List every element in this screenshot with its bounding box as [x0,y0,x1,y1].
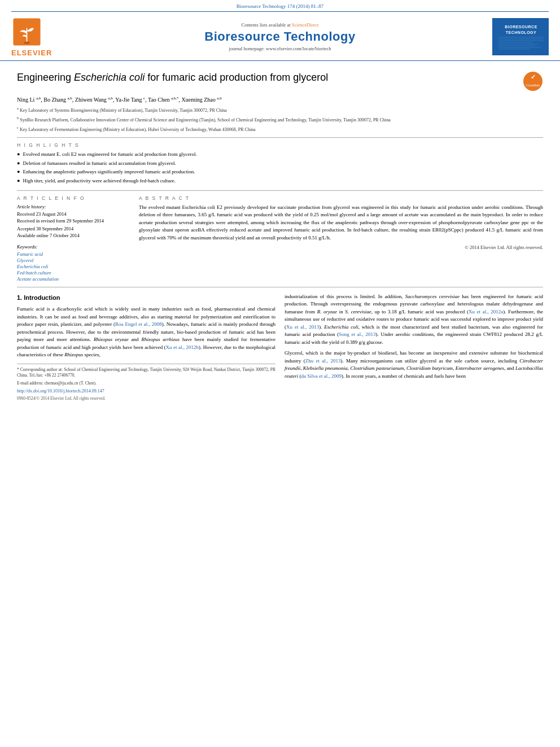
keyword-4: Fed-batch culture [17,270,130,276]
highlights-label: H I G H L I G H T S [17,142,543,148]
intro-para-3: Glycerol, which is the major by-product … [285,350,543,380]
keyword-1: Fumaric acid [17,251,130,257]
svg-text:TECHNOLOGY: TECHNOLOGY [506,30,536,34]
author-names: Ning Li a,b, Bo Zhang a,b, Zhiwen Wang a… [17,97,222,103]
bullet-4: ● [17,177,20,185]
bullet-3: ● [17,168,20,176]
bioresource-logo: BIORESOURCE TECHNOLOGY [492,18,549,55]
keywords-label: Keywords: [17,244,130,250]
highlight-3: ● Enhancing the anaplerotic pathways sig… [17,168,543,176]
article-title: Engineering Escherichia coli for fumaric… [17,71,517,84]
journal-homepage: journal homepage: www.elsevier.com/locat… [79,46,481,51]
divider-1 [17,137,543,138]
cite-xu2012b: Xu et al., 2012b [166,344,199,350]
info-abstract-cols: A R T I C L E I N F O Article history: R… [17,195,543,282]
email-address: E-mail address: chentao@tju.edu.cn (T. C… [17,381,275,387]
journal-header: ELSEVIER Contents lists available at Sci… [0,12,560,61]
highlight-2: ● Deletion of fumarases resulted in fuma… [17,160,543,167]
svg-text:✓: ✓ [531,73,536,80]
affiliation-a: a Key Laboratory of Systems Bioengineeri… [17,106,543,114]
svg-point-1 [24,42,30,44]
top-citation: Bioresource Technology 174 (2014) 81–87 [0,0,560,11]
header-center: Contents lists available at ScienceDirec… [79,22,481,51]
affiliation-c: c Key Laboratory of Fermentation Enginee… [17,125,543,133]
affiliation-b: b SynBio Research Platform, Collaborativ… [17,115,543,124]
header-right: BIORESOURCE TECHNOLOGY [481,18,549,55]
cite-roa: Roa Engel et al., 2008 [115,321,162,327]
journal-citation: Bioresource Technology 174 (2014) 81–87 [237,3,324,9]
body-section: 1. Introduction Fumaric acid is a dicarb… [17,293,543,402]
page-wrapper: Bioresource Technology 174 (2014) 81–87 … [0,0,560,747]
cite-zhu2013: Zhu et al., 2013 [305,358,341,364]
online-date: Available online 7 October 2014 [17,233,130,238]
highlight-4: ● High titer, yield, and productivity we… [17,177,543,185]
body-col-left: 1. Introduction Fumaric acid is a dicarb… [17,293,275,402]
intro-heading: 1. Introduction [17,293,275,303]
elsevier-plant-icon [11,16,42,47]
doi-link[interactable]: http://dx.doi.org/10.1016/j.biortech.201… [17,388,104,394]
highlights-section: H I G H L I G H T S ● Evolved mutant E. … [17,142,543,184]
cite-xu2013: Xu et al., 2013 [286,324,319,330]
bullet-2: ● [17,160,20,167]
main-content: Engineering Escherichia coli for fumaric… [0,61,560,407]
elsevier-text: ELSEVIER [11,49,52,57]
header-left: ELSEVIER [11,16,79,57]
abstract-label: A B S T R A C T [139,195,543,201]
title-part2: for fumaric acid production from glycero… [145,72,328,83]
revised-date: Received in revised form 29 September 20… [17,218,130,225]
intro-para-2: industrialization of this process is lim… [285,293,543,347]
bullet-1: ● [17,151,20,158]
crossmark-logo: ✓ CrossMark [523,71,543,91]
divider-3 [17,287,543,287]
keyword-5: Acetate accumulation [17,276,130,282]
sciencedirect-link[interactable]: ScienceDirect [292,22,319,28]
cite-song2013: Song et al., 2013 [339,331,375,337]
copyright: © 2014 Elsevier Ltd. All rights reserved… [139,244,543,250]
article-title-area: Engineering Escherichia coli for fumaric… [17,67,543,91]
keyword-2: Glycerol [17,257,130,263]
cite-dasilva2009: da Silva et al., 2009 [301,373,342,379]
received-date: Received 23 August 2014 [17,211,130,217]
authors: Ning Li a,b, Bo Zhang a,b, Zhiwen Wang a… [17,96,543,103]
divider-2 [17,190,543,191]
history-label: Article history: [17,204,130,209]
article-info-col: A R T I C L E I N F O Article history: R… [17,195,130,282]
title-part1: Engineering [17,72,74,83]
body-col-right: industrialization of this process is lim… [285,293,543,402]
industry-word: industry [285,358,301,364]
article-info-label: A R T I C L E I N F O [17,195,130,201]
abstract-text: The evolved mutant Escherichia coli E2 p… [139,204,543,242]
contents-available: Contents lists available at ScienceDirec… [79,22,481,28]
svg-text:CrossMark: CrossMark [526,84,540,87]
svg-text:BIORESOURCE: BIORESOURCE [505,25,537,29]
issn-line: 0960-8524/© 2014 Elsevier Ltd. All right… [17,396,275,402]
corresponding-author: * Corresponding author at: School of Che… [17,367,275,379]
keyword-3: Escherichia coli [17,264,130,269]
journal-title: Bioresource Technology [79,29,481,44]
cite-xu2012a: Xu et al., 2012a [469,309,503,314]
title-italic: Escherichia coli [74,72,145,83]
intro-para-1: Fumaric acid is a dicarboxylic acid whic… [17,305,275,359]
accepted-date: Accepted 30 September 2014 [17,226,130,231]
footnote-area: * Corresponding author at: School of Che… [17,364,275,402]
abstract-col: A B S T R A C T The evolved mutant Esche… [139,195,543,282]
bioresource-logo-svg: BIORESOURCE TECHNOLOGY [496,20,546,51]
affiliations: a Key Laboratory of Systems Bioengineeri… [17,106,543,133]
highlight-1: ● Evolved mutant E. coli E2 was engineer… [17,151,543,158]
